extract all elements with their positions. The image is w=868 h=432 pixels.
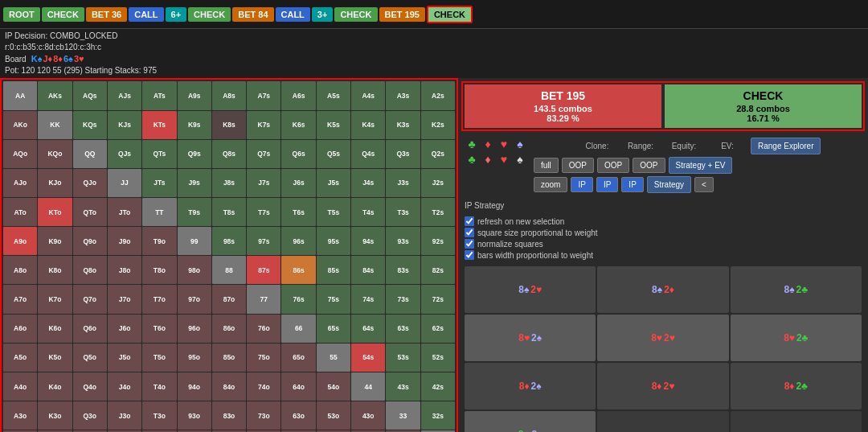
matrix-cell[interactable]: 52s — [421, 344, 455, 372]
matrix-cell[interactable]: J5s — [317, 169, 350, 197]
matrix-cell[interactable]: T9o — [142, 227, 176, 255]
nav-check-3[interactable]: CHECK — [334, 7, 377, 22]
heart-icon-1[interactable]: ♥ — [497, 138, 511, 150]
matrix-cell[interactable]: 74o — [247, 372, 280, 401]
matrix-cell[interactable]: K8s — [212, 111, 246, 139]
range-explorer-btn[interactable]: Range Explorer — [751, 138, 821, 154]
matrix-cell[interactable]: 95s — [317, 227, 350, 255]
matrix-cell[interactable]: 62s — [421, 315, 455, 343]
spade-icon-2[interactable]: ♠ — [513, 153, 527, 166]
matrix-cell[interactable]: T3s — [386, 198, 420, 226]
matrix-cell[interactable]: KQs — [73, 111, 107, 139]
matrix-cell[interactable]: T3o — [142, 401, 176, 430]
matrix-cell[interactable]: T7o — [142, 285, 176, 313]
matrix-cell[interactable]: T4o — [142, 372, 176, 401]
matrix-cell[interactable]: 95o — [178, 344, 211, 372]
matrix-cell[interactable]: TT — [142, 198, 176, 226]
oop-btn-2[interactable]: OOP — [597, 158, 629, 173]
matrix-cell[interactable]: QTo — [73, 198, 107, 226]
matrix-cell[interactable]: AJs — [108, 81, 141, 109]
matrix-cell[interactable]: Q3o — [73, 401, 107, 430]
strategy-ev-btn[interactable]: Strategy + EV — [669, 157, 733, 174]
matrix-cell[interactable]: J6s — [281, 169, 315, 197]
matrix-cell[interactable]: 54o — [317, 372, 350, 401]
matrix-cell[interactable]: KTs — [142, 111, 176, 139]
matrix-cell[interactable]: A6s — [281, 81, 315, 109]
club-icon-2[interactable]: ♣ — [465, 153, 479, 166]
matrix-cell[interactable]: Q2s — [421, 140, 455, 168]
matrix-cell[interactable]: 85o — [212, 344, 246, 372]
matrix-cell[interactable]: J4s — [351, 169, 385, 197]
nav-6plus[interactable]: 6+ — [166, 7, 187, 22]
matrix-cell[interactable]: Q4o — [73, 372, 107, 401]
matrix-cell[interactable]: 33 — [386, 401, 420, 430]
strategy-btn[interactable]: Strategy — [647, 176, 691, 193]
nav-call-1[interactable]: CALL — [129, 7, 163, 22]
matrix-cell[interactable]: A8s — [212, 81, 246, 109]
matrix-cell[interactable]: 66 — [281, 315, 315, 343]
oop-btn-1[interactable]: OOP — [562, 158, 594, 173]
spade-icon-1[interactable]: ♠ — [513, 138, 527, 150]
matrix-cell[interactable]: T5s — [317, 198, 350, 226]
matrix-cell[interactable]: A2s — [421, 81, 455, 109]
matrix-cell[interactable]: 87o — [212, 285, 246, 313]
matrix-cell[interactable]: A9o — [3, 227, 37, 255]
matrix-cell[interactable]: A4o — [3, 372, 37, 401]
matrix-cell[interactable]: K2s — [421, 111, 455, 139]
nav-check-1[interactable]: CHECK — [42, 7, 84, 22]
matrix-cell[interactable]: K5s — [317, 111, 350, 139]
matrix-cell[interactable]: 64s — [351, 315, 385, 343]
matrix-cell[interactable]: K4s — [351, 111, 385, 139]
matrix-cell[interactable]: K4o — [38, 372, 72, 401]
matrix-cell[interactable]: 64o — [281, 372, 315, 401]
matrix-cell[interactable]: A5s — [317, 81, 350, 109]
matrix-cell[interactable]: Q3s — [386, 140, 420, 168]
matrix-cell[interactable]: T7s — [247, 198, 280, 226]
matrix-cell[interactable]: J8s — [212, 169, 246, 197]
matrix-cell[interactable]: AA — [3, 81, 37, 109]
matrix-cell[interactable]: K5o — [38, 344, 72, 372]
matrix-cell[interactable]: 43s — [386, 372, 420, 401]
matrix-cell[interactable]: QTs — [142, 140, 176, 168]
nav-bet195[interactable]: BET 195 — [379, 7, 425, 22]
matrix-cell[interactable]: 73o — [247, 401, 280, 430]
matrix-cell[interactable]: JTs — [142, 169, 176, 197]
matrix-cell[interactable]: JTo — [108, 198, 141, 226]
nav-root[interactable]: ROOT — [3, 7, 40, 22]
matrix-cell[interactable]: 97o — [178, 285, 211, 313]
matrix-cell[interactable]: K9s — [178, 111, 211, 139]
nav-call-2[interactable]: CALL — [276, 7, 310, 22]
nav-bet84[interactable]: BET 84 — [232, 7, 273, 22]
matrix-cell[interactable]: 94o — [178, 372, 211, 401]
matrix-cell[interactable]: A7s — [247, 81, 280, 109]
oop-btn-3[interactable]: OOP — [633, 158, 665, 173]
matrix-cell[interactable]: J9s — [178, 169, 211, 197]
matrix-cell[interactable]: AKo — [3, 111, 37, 139]
matrix-cell[interactable]: 96s — [281, 227, 315, 255]
matrix-cell[interactable]: Q9o — [73, 227, 107, 255]
matrix-cell[interactable]: AJo — [3, 169, 37, 197]
nav-3plus[interactable]: 3+ — [312, 7, 334, 22]
matrix-cell[interactable]: K7o — [38, 285, 72, 313]
matrix-cell[interactable]: QQ — [73, 140, 107, 168]
matrix-cell[interactable]: T6o — [142, 315, 176, 343]
matrix-cell[interactable]: 99 — [178, 227, 211, 255]
matrix-cell[interactable]: 53o — [317, 401, 350, 430]
matrix-cell[interactable]: Q9s — [178, 140, 211, 168]
matrix-cell[interactable]: 86o — [212, 315, 246, 343]
matrix-cell[interactable]: 94s — [351, 227, 385, 255]
matrix-cell[interactable]: T8o — [142, 256, 176, 284]
matrix-cell[interactable]: JJ — [108, 169, 141, 197]
matrix-cell[interactable]: T5o — [142, 344, 176, 372]
nav-check-active[interactable]: CHECK — [427, 6, 473, 23]
matrix-cell[interactable]: KTo — [38, 198, 72, 226]
matrix-cell[interactable]: 75o — [247, 344, 280, 372]
matrix-cell[interactable]: 93o — [178, 401, 211, 430]
matrix-cell[interactable]: 53s — [386, 344, 420, 372]
cb-bars-width[interactable] — [465, 250, 474, 260]
matrix-cell[interactable]: 65o — [281, 344, 315, 372]
matrix-cell[interactable]: J3s — [386, 169, 420, 197]
matrix-cell[interactable]: 98o — [178, 256, 211, 284]
matrix-cell[interactable]: 72s — [421, 285, 455, 313]
matrix-cell[interactable]: 63o — [281, 401, 315, 430]
